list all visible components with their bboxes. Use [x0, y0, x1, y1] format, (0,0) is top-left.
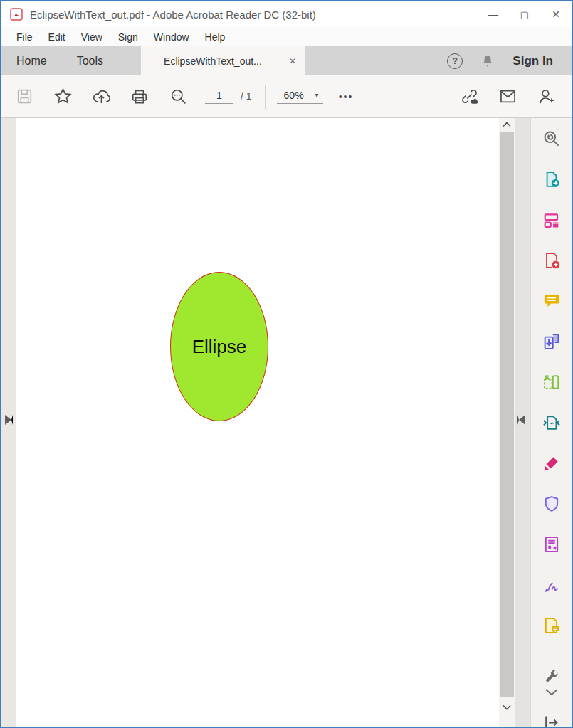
left-pane-strip [1, 118, 16, 727]
create-pdf-icon[interactable] [540, 248, 564, 273]
tab-document[interactable]: EclipseWithText_out... ✕ [141, 46, 305, 75]
organize-pages-icon[interactable] [540, 370, 564, 394]
scrollbar-thumb[interactable] [500, 132, 514, 697]
toolbar-divider [265, 85, 266, 109]
tools-sidebar [530, 118, 572, 727]
more-tools-icon[interactable] [542, 668, 561, 686]
bell-icon[interactable] [480, 53, 495, 69]
minimize-button[interactable]: — [478, 1, 509, 27]
account-add-icon[interactable] [535, 83, 557, 111]
zoom-value: 60% [284, 90, 304, 101]
combine-files-icon[interactable] [540, 329, 564, 354]
window-title: EclipseWithText_out.pdf - Adobe Acrobat … [30, 9, 478, 21]
ellipse-label: Ellipse [192, 336, 247, 358]
tab-tools[interactable]: Tools [62, 46, 118, 75]
print-icon[interactable] [128, 83, 151, 111]
ellipse-shape: Ellipse [170, 272, 268, 421]
menu-help[interactable]: Help [197, 29, 233, 45]
expand-pane-icon[interactable] [540, 710, 564, 728]
page-count-label: / 1 [241, 90, 252, 104]
menu-file[interactable]: File [9, 29, 41, 45]
compress-pdf-icon[interactable] [540, 411, 564, 435]
tools-pane-strip [515, 118, 530, 727]
cloud-upload-icon[interactable] [90, 83, 112, 111]
menu-window[interactable]: Window [146, 29, 197, 45]
maximize-button[interactable]: ▢ [509, 1, 540, 27]
fill-sign-icon[interactable] [540, 451, 564, 475]
scroll-up-icon[interactable] [499, 118, 515, 131]
chevron-down-icon[interactable] [544, 687, 559, 696]
find-icon[interactable] [167, 83, 189, 111]
more-options-icon[interactable]: ••• [339, 91, 354, 102]
pdf-page[interactable]: Ellipse [16, 118, 499, 727]
acrobat-window: EclipseWithText_out.pdf - Adobe Acrobat … [0, 0, 573, 728]
menu-edit[interactable]: Edit [41, 29, 73, 45]
protect-icon[interactable] [540, 492, 564, 516]
export-pdf-icon[interactable] [540, 167, 564, 191]
menu-view[interactable]: View [73, 29, 110, 45]
edit-pdf-icon[interactable] [540, 208, 564, 232]
toolbar: / 1 60% ▾ ••• [1, 75, 572, 118]
tab-close-icon[interactable]: ✕ [289, 56, 296, 66]
titlebar: EclipseWithText_out.pdf - Adobe Acrobat … [1, 1, 572, 27]
pane-collapse-arrow[interactable] [517, 415, 525, 425]
save-icon[interactable] [13, 83, 36, 111]
nav-expand-arrow[interactable] [5, 415, 13, 425]
zoom-level-select[interactable]: 60% ▾ [277, 90, 323, 104]
search-zoom-icon[interactable] [540, 126, 564, 150]
share-link-icon[interactable] [458, 83, 480, 111]
menubar: File Edit View Sign Window Help [1, 27, 572, 46]
caret-down-icon: ▾ [315, 91, 319, 99]
menu-sign[interactable]: Sign [110, 29, 146, 45]
send-for-comments-icon[interactable] [540, 613, 564, 638]
sidebar-divider [541, 702, 562, 702]
star-icon[interactable] [51, 83, 74, 111]
main-area: Ellipse [1, 118, 572, 727]
tabbar: Home Tools EclipseWithText_out... ✕ ? Si… [1, 46, 572, 75]
tab-home[interactable]: Home [1, 46, 62, 75]
page-number-input[interactable] [205, 90, 233, 104]
tab-document-label: EclipseWithText_out... [164, 56, 279, 67]
close-button[interactable]: ✕ [540, 1, 572, 27]
pdf-file-icon [10, 8, 23, 21]
help-icon[interactable]: ? [447, 53, 463, 69]
sidebar-divider [541, 162, 562, 162]
email-icon[interactable] [496, 83, 519, 111]
vertical-scrollbar[interactable] [499, 118, 515, 727]
redact-icon[interactable] [540, 532, 564, 556]
request-signatures-icon[interactable] [540, 573, 564, 597]
comment-icon[interactable] [540, 289, 564, 313]
scroll-down-icon[interactable] [499, 701, 515, 714]
sign-in-button[interactable]: Sign In [512, 54, 553, 68]
